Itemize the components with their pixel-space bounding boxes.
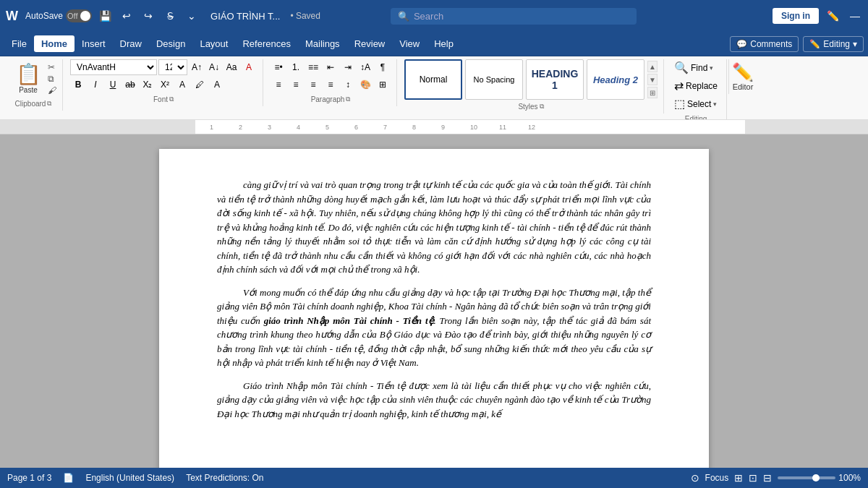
comments-label: Comments [750, 39, 792, 49]
menu-layout[interactable]: Layout [192, 35, 235, 52]
autosave-toggle[interactable]: Off [66, 9, 92, 22]
editing-section: 🔍 Find ▾ ⇄ Replace ⬚ Select ▾ Editing [665, 59, 727, 120]
signin-button[interactable]: Sign in [773, 8, 819, 24]
font-family-select[interactable]: VnAvantH [70, 59, 157, 75]
italic-button[interactable]: I [88, 77, 103, 93]
autosave-label: AutoSave [25, 11, 63, 21]
word-logo: W [6, 9, 18, 24]
find-dropdown-icon: ▾ [710, 64, 713, 72]
clipboard-content: 📋 Paste ✂ ⧉ 🖌 [10, 59, 56, 97]
shading-para-button[interactable]: 🎨 [357, 77, 373, 93]
document-title: GIÁO TRÌNH T... [210, 11, 280, 22]
title-right: Sign in ✏️ — [773, 7, 862, 25]
styles-content: Normal No Spacing HEADING 1 Heading 2 ▲ … [404, 59, 658, 100]
format-painter-icon[interactable]: 🖌 [48, 85, 56, 95]
superscript-button[interactable]: X² [157, 77, 173, 93]
menu-help[interactable]: Help [427, 35, 461, 52]
find-icon: 🔍 [674, 61, 689, 74]
select-button[interactable]: ⬚ Select ▾ [671, 95, 720, 112]
styles-scroll-down[interactable]: ▼ [647, 74, 658, 85]
menu-draw[interactable]: Draw [113, 35, 149, 52]
layout-icon1[interactable]: ⊞ [734, 472, 743, 484]
show-formatting-button[interactable]: ¶ [375, 59, 391, 75]
underline-button[interactable]: U [105, 77, 121, 93]
decrease-indent-button[interactable]: ⇤ [323, 59, 339, 75]
editing-button[interactable]: ✏️ Editing ▾ [803, 36, 864, 52]
zoom-control[interactable]: 100% [778, 473, 861, 483]
menu-file[interactable]: File [4, 35, 34, 52]
sort-button[interactable]: ↕A [357, 59, 373, 75]
strikethrough-button[interactable]: ab [122, 77, 138, 93]
increase-font-button[interactable]: A↑ [189, 59, 205, 75]
document-page[interactable]: càng giữ vị trí và vai trò quan trọng tr… [159, 149, 709, 468]
layout-icon3[interactable]: ⊟ [763, 472, 772, 484]
paragraph-section: ≡• 1. ≡≡ ⇤ ⇥ ↕A ¶ ≡ ≡ ≡ ≡ ↕ 🎨 ⊞ [265, 59, 397, 106]
find-button[interactable]: 🔍 Find ▾ [671, 59, 720, 76]
toggle-state-label: Off [67, 12, 77, 20]
comments-button[interactable]: 💬 Comments [730, 36, 799, 52]
pencil-icon: ✏️ [809, 39, 820, 49]
increase-indent-button[interactable]: ⇥ [340, 59, 356, 75]
more-icon[interactable]: ⌄ [183, 7, 200, 25]
layout-icon2[interactable]: ⊡ [749, 472, 757, 484]
highlight-button[interactable]: 🖊 [192, 77, 208, 93]
font-label[interactable]: Font ⧉ [153, 93, 174, 103]
cut-icon[interactable]: ✂ [48, 62, 56, 72]
menu-home[interactable]: Home [34, 35, 75, 52]
style-normal[interactable]: Normal [404, 59, 462, 100]
redo-icon[interactable]: ↪ [140, 7, 157, 25]
paste-label: Paste [19, 86, 38, 94]
shading-button[interactable]: A [209, 77, 225, 93]
style-no-spacing[interactable]: No Spacing [465, 59, 523, 100]
ruler-right-margin [745, 120, 868, 134]
font-color-button[interactable]: A [174, 77, 190, 93]
strikethrough-icon[interactable]: S̶ [161, 7, 179, 25]
minimize-button[interactable]: — [848, 10, 862, 22]
editor-panel[interactable]: ✏️ Editor [728, 59, 757, 94]
paste-button[interactable]: 📋 Paste [10, 59, 46, 97]
styles-expand-button[interactable]: ⊞ [647, 87, 658, 98]
styles-label[interactable]: Styles ⧉ [518, 100, 543, 111]
align-left-button[interactable]: ≡ [271, 77, 286, 93]
replace-button[interactable]: ⇄ Replace [671, 77, 720, 94]
justify-button[interactable]: ≡ [323, 77, 339, 93]
copy-icon[interactable]: ⧉ [48, 74, 56, 84]
style-heading2[interactable]: Heading 2 [587, 59, 644, 100]
menu-insert[interactable]: Insert [75, 35, 113, 52]
bullets-button[interactable]: ≡• [271, 59, 286, 75]
undo-icon[interactable]: ↩ [118, 7, 135, 25]
page-indicator: Page 1 of 3 [7, 473, 51, 483]
line-spacing-button[interactable]: ↕ [340, 77, 356, 93]
bold-button[interactable]: B [70, 77, 86, 93]
style-heading1[interactable]: HEADING 1 [526, 59, 584, 100]
change-case-button[interactable]: Aa [224, 59, 239, 75]
menu-review[interactable]: Review [347, 35, 393, 52]
clipboard-section: 📋 Paste ✂ ⧉ 🖌 Clipboard ⧉ [4, 59, 63, 111]
decrease-font-button[interactable]: A↓ [206, 59, 222, 75]
zoom-slider[interactable] [778, 476, 835, 479]
subscript-button[interactable]: X₂ [140, 77, 156, 93]
text-effects-button[interactable]: A [241, 59, 257, 75]
styles-scroll-up[interactable]: ▲ [647, 61, 658, 72]
editing-label[interactable]: Editing [685, 112, 707, 120]
menu-references[interactable]: References [235, 35, 297, 52]
search-box[interactable]: 🔍 Search [391, 8, 637, 25]
customize-icon[interactable]: ✏️ [825, 7, 842, 25]
numbering-button[interactable]: 1. [288, 59, 304, 75]
font-size-select[interactable]: 12 [158, 59, 187, 75]
multilevel-button[interactable]: ≡≡ [305, 59, 321, 75]
align-center-button[interactable]: ≡ [288, 77, 304, 93]
focus-label[interactable]: Focus [705, 473, 729, 483]
borders-button[interactable]: ⊞ [375, 77, 391, 93]
paragraph-label[interactable]: Paragraph ⧉ [311, 93, 351, 103]
menu-mailings[interactable]: Mailings [298, 35, 347, 52]
editing-buttons: 🔍 Find ▾ ⇄ Replace ⬚ Select ▾ [671, 59, 720, 112]
menu-view[interactable]: View [392, 35, 427, 52]
align-right-button[interactable]: ≡ [305, 77, 321, 93]
clipboard-label[interactable]: Clipboard ⧉ [15, 97, 52, 108]
menu-design[interactable]: Design [149, 35, 192, 52]
focus-icon[interactable]: ⊙ [691, 472, 699, 484]
paragraph-3: Giáo trình Nhập môn Tài chính - Tiền tệ … [217, 379, 651, 421]
save-icon[interactable]: 💾 [96, 7, 114, 25]
page-icon[interactable]: 📄 [63, 473, 74, 483]
